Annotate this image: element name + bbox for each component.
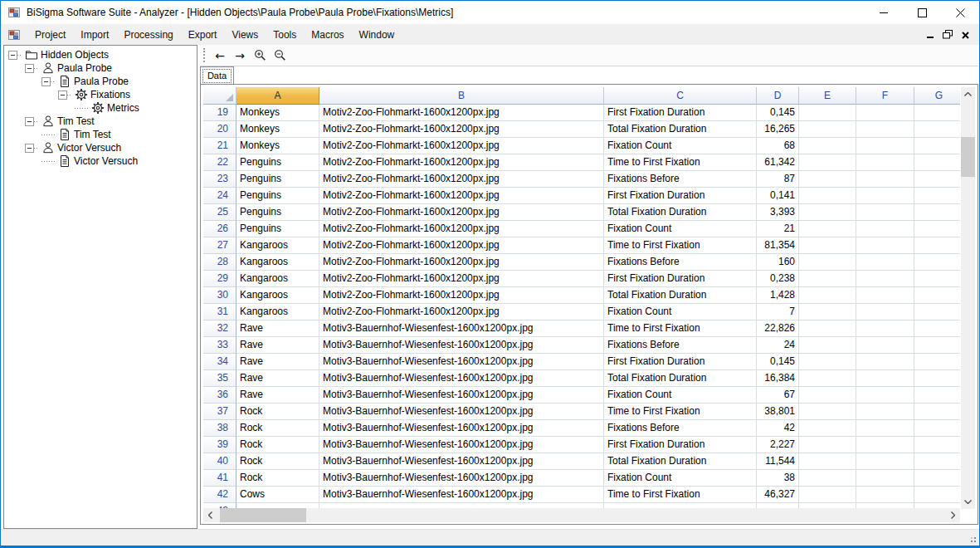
tree-item-paula-probe[interactable]: Paula Probe [4,61,197,75]
grid-cell-D25[interactable]: 3,393 [757,204,799,221]
grid-cell-D26[interactable]: 21 [757,221,799,237]
menu-item-tools[interactable]: Tools [266,26,304,44]
grid-cell-F38[interactable] [856,420,914,437]
grid-cell-B24[interactable]: Motiv2-Zoo-Flohmarkt-1600x1200px.jpg [319,188,604,204]
grid-cell-A29[interactable]: Kangaroos [236,271,319,287]
grid-cell-A41[interactable]: Rock [236,470,319,487]
column-header-C[interactable]: C [604,87,757,105]
child-minimize-button[interactable] [927,31,934,38]
grid-cell-B19[interactable]: Motiv2-Zoo-Flohmarkt-1600x1200px.jpg [319,105,604,121]
grid-cell-G40[interactable] [914,453,960,470]
grid-cell-C33[interactable]: Fixations Before [604,337,757,354]
grid-cell-D42[interactable]: 46,327 [757,487,799,503]
grid-cell-B39[interactable]: Motiv3-Bauernhof-Wiesenfest-1600x1200px.… [319,437,604,453]
grid-cell-A19[interactable]: Monkeys [236,105,319,121]
grid-cell-G35[interactable] [914,370,960,387]
grid-cell-G25[interactable] [914,204,960,221]
grid-cell-C25[interactable]: Total Fixation Duration [604,204,757,221]
row-header-32[interactable]: 32 [203,320,236,337]
grid-cell-B41[interactable]: Motiv3-Bauernhof-Wiesenfest-1600x1200px.… [319,470,604,487]
tree-item-tim-test[interactable]: Tim Test [4,115,197,128]
grid-cell-F25[interactable] [856,204,914,221]
grid-cell-A33[interactable]: Rave [236,337,319,354]
row-header-34[interactable]: 34 [203,354,236,370]
grid-cell-G23[interactable] [914,171,960,188]
grid-cell-G29[interactable] [914,271,960,287]
row-header-30[interactable]: 30 [203,287,236,304]
grid-cell-F33[interactable] [856,337,914,354]
row-header-35[interactable]: 35 [203,370,236,387]
collapse-toggle[interactable] [8,51,17,60]
grid-cell-D31[interactable]: 7 [757,304,799,320]
grid-cell-E28[interactable] [799,254,856,271]
child-close-button[interactable] [962,27,969,42]
grid-cell-B31[interactable]: Motiv2-Zoo-Flohmarkt-1600x1200px.jpg [319,304,604,320]
grid-cell-B28[interactable]: Motiv2-Zoo-Flohmarkt-1600x1200px.jpg [319,254,604,271]
grid-cell-B38[interactable]: Motiv3-Bauernhof-Wiesenfest-1600x1200px.… [319,420,604,437]
grid-cell-A30[interactable]: Kangaroos [236,287,319,304]
grid-cell-F31[interactable] [856,304,914,320]
column-header-D[interactable]: D [757,87,799,105]
grid-cell-A25[interactable]: Penguins [236,204,319,221]
grid-cell-B26[interactable]: Motiv2-Zoo-Flohmarkt-1600x1200px.jpg [319,221,604,237]
grid-cell-G31[interactable] [914,304,960,320]
grid-cell-F39[interactable] [856,437,914,453]
grid-cell-A31[interactable]: Kangaroos [236,304,319,320]
grid-cell-A28[interactable]: Kangaroos [236,254,319,271]
grid-cell-G24[interactable] [914,188,960,204]
grid-cell-D27[interactable]: 81,354 [757,237,799,254]
grid-cell-D30[interactable]: 1,428 [757,287,799,304]
menu-item-import[interactable]: Import [73,26,116,44]
grid-cell-F35[interactable] [856,370,914,387]
grid-cell-E34[interactable] [799,354,856,370]
grid-cell-E24[interactable] [799,188,856,204]
toolbar-grip[interactable] [203,48,205,62]
grid-cell-A32[interactable]: Rave [236,320,319,337]
grid-cell-F26[interactable] [856,221,914,237]
vertical-scroll-thumb[interactable] [961,137,975,177]
grid-cell-E26[interactable] [799,221,856,237]
row-header-37[interactable]: 37 [203,404,236,420]
grid-cell-A21[interactable]: Monkeys [236,138,319,154]
grid-cell-A20[interactable]: Monkeys [236,121,319,138]
grid-cell-E32[interactable] [799,320,856,337]
grid-cell-B20[interactable]: Motiv2-Zoo-Flohmarkt-1600x1200px.jpg [319,121,604,138]
grid-cell-E39[interactable] [799,437,856,453]
tree-item-victor-versuch[interactable]: Victor Versuch [4,141,197,154]
scroll-left-button[interactable] [203,508,217,522]
window-minimize-button[interactable] [865,1,903,24]
scroll-up-button[interactable] [961,87,975,101]
grid-cell-G22[interactable] [914,154,960,171]
grid-cell-A40[interactable]: Rock [236,453,319,470]
column-header-B[interactable]: B [319,87,604,105]
grid-cell-F20[interactable] [856,121,914,138]
tree-item-tim-test[interactable]: Tim Test [4,128,197,141]
grid-cell-A26[interactable]: Penguins [236,221,319,237]
grid-cell-E19[interactable] [799,105,856,121]
row-header-23[interactable]: 23 [203,171,236,188]
collapse-toggle[interactable] [25,64,34,73]
grid-cell-G27[interactable] [914,237,960,254]
grid-cell-B40[interactable]: Motiv3-Bauernhof-Wiesenfest-1600x1200px.… [319,453,604,470]
grid-cell-C32[interactable]: Time to First Fixation [604,320,757,337]
menu-item-project[interactable]: Project [27,26,73,44]
grid-cell-B37[interactable]: Motiv3-Bauernhof-Wiesenfest-1600x1200px.… [319,404,604,420]
grid-cell-D39[interactable]: 2,227 [757,437,799,453]
grid-cell-G42[interactable] [914,487,960,503]
tree-item-hidden-objects[interactable]: Hidden Objects [4,48,197,61]
window-maximize-button[interactable] [903,1,941,24]
grid-cell-F40[interactable] [856,453,914,470]
select-all-corner[interactable] [203,87,236,105]
grid-cell-D21[interactable]: 68 [757,138,799,154]
grid-cell-C30[interactable]: Total Fixation Duration [604,287,757,304]
grid-cell-C38[interactable]: Fixations Before [604,420,757,437]
menu-item-macros[interactable]: Macros [304,26,351,44]
grid-cell-B33[interactable]: Motiv3-Bauernhof-Wiesenfest-1600x1200px.… [319,337,604,354]
grid-cell-C34[interactable]: First Fixation Duration [604,354,757,370]
grid-cell-F37[interactable] [856,404,914,420]
row-header-21[interactable]: 21 [203,138,236,154]
grid-cell-B29[interactable]: Motiv2-Zoo-Flohmarkt-1600x1200px.jpg [319,271,604,287]
row-header-40[interactable]: 40 [203,453,236,470]
grid-cell-C37[interactable]: Time to First Fixation [604,404,757,420]
grid-cell-D32[interactable]: 22,826 [757,320,799,337]
